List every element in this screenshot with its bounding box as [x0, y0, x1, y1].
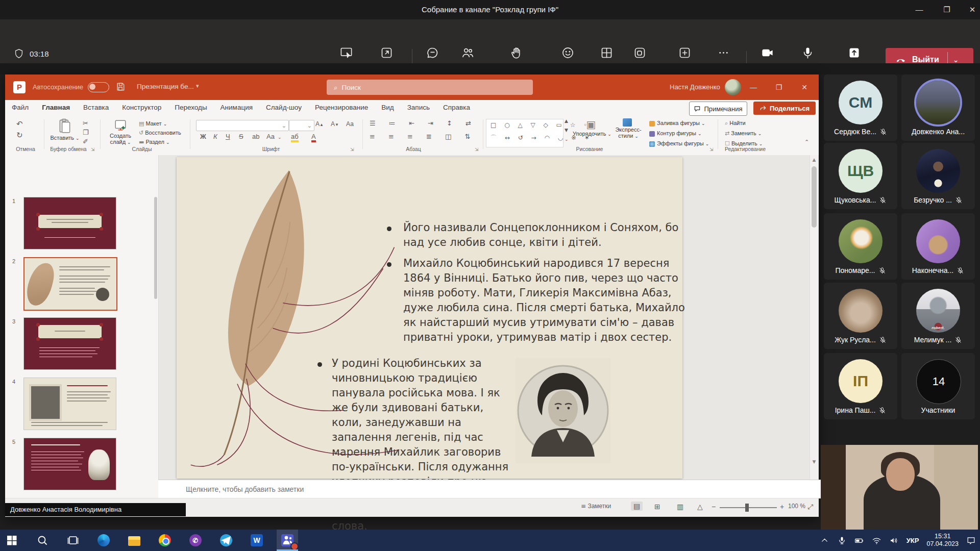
font-color-button[interactable]: А — [311, 133, 316, 142]
comments-button[interactable]: Примечания — [689, 102, 747, 116]
shape-outline-button[interactable]: Контур фигуры ⌄ — [649, 130, 702, 137]
change-case-button[interactable]: Аа — [266, 133, 275, 140]
autosave-toggle[interactable] — [88, 82, 109, 92]
chat-button[interactable]: Чат — [426, 46, 439, 70]
font-dialog-launcher[interactable]: ⇲ — [350, 147, 354, 152]
tab-insert[interactable]: Вставка — [77, 100, 115, 116]
telegram-icon[interactable] — [219, 534, 233, 547]
clipboard-dialog-launcher[interactable]: ⇲ — [91, 147, 95, 152]
underline-button[interactable]: Ч — [226, 133, 230, 140]
slide-thumbnail-5[interactable] — [23, 438, 116, 490]
normal-view-button[interactable]: ▤ — [631, 502, 643, 511]
strikethrough-button[interactable]: S — [239, 133, 243, 140]
tab-view[interactable]: Вид — [375, 100, 400, 116]
view-button[interactable]: Вид — [600, 46, 614, 70]
more-button[interactable]: Еще — [717, 46, 730, 70]
participant-tile[interactable]: Безручко ... — [901, 143, 975, 209]
tray-expand-icon[interactable] — [820, 536, 829, 545]
teams-restore-button[interactable]: ❐ — [939, 3, 954, 16]
participant-tile[interactable]: Довженко Ана... — [901, 74, 975, 141]
find-button[interactable]: ⌕ Найти — [725, 120, 746, 127]
arrange-button[interactable]: ▣ Упорядочить ⌄ — [573, 118, 609, 137]
copy-button[interactable]: ❐ — [83, 129, 89, 136]
slide-thumbnail-4[interactable] — [23, 378, 116, 430]
new-slide-button[interactable]: Создать слайд ⌄ — [106, 118, 135, 145]
content-button[interactable]: Контент — [375, 46, 399, 70]
participant-tile[interactable]: Жук Русла... — [824, 283, 897, 349]
chrome-icon[interactable] — [158, 534, 172, 547]
italic-button[interactable]: К — [213, 133, 217, 140]
search-box[interactable]: ⌕ Поиск — [327, 80, 533, 95]
slideshow-button[interactable]: △ — [697, 503, 703, 511]
thumbnail-scrollbar[interactable] — [154, 197, 157, 299]
teams-minimize-button[interactable]: — — [912, 3, 927, 16]
volume-icon[interactable] — [889, 536, 899, 545]
tab-transitions[interactable]: Переходы — [168, 100, 213, 116]
paragraph-dialog-launcher[interactable]: ⇲ — [475, 147, 479, 152]
tab-help[interactable]: Справка — [436, 100, 477, 116]
ppt-restore-button[interactable]: ❐ — [772, 81, 786, 94]
tab-slideshow[interactable]: Слайд-шоу — [259, 100, 308, 116]
slide-thumbnail-3[interactable] — [23, 317, 116, 370]
participant-tile[interactable]: Наконечна... — [901, 213, 975, 280]
slide-thumbnail-1[interactable] — [23, 197, 116, 249]
slide-scrollbar[interactable]: ▲ ▼ — [810, 155, 818, 480]
quick-styles-button[interactable]: Экспресс- стили ⌄ — [612, 118, 644, 139]
tab-home[interactable]: Главная — [35, 100, 77, 118]
ppt-share-button[interactable]: Поделиться — [753, 102, 816, 115]
zoom-out-button[interactable]: − — [712, 503, 716, 511]
increase-font-button[interactable]: А▲ — [315, 120, 324, 128]
camera-button[interactable]: Камера — [756, 46, 779, 70]
tab-review[interactable]: Рецензирование — [308, 100, 375, 116]
search-button[interactable] — [36, 534, 49, 547]
ribbon-collapse-icon[interactable]: ⌃ — [804, 139, 809, 145]
section-button[interactable]: ▬ Раздел ⌄ — [139, 139, 169, 145]
participants-count-tile[interactable]: 14 Участники — [901, 353, 975, 419]
clock[interactable]: 15:31 07.04.2023 — [926, 533, 959, 548]
participant-tile[interactable]: СМ Сердюк Ве... — [824, 74, 897, 141]
participant-tile[interactable]: ЩВ Щуковська... — [824, 143, 897, 209]
shape-fill-button[interactable]: Заливка фигуры ⌄ — [649, 120, 705, 127]
tab-animations[interactable]: Анимация — [214, 100, 259, 116]
shape-effects-button[interactable]: Эффекты фигуры ⌄ — [649, 140, 709, 147]
notes-toggle-button[interactable]: ≡ Заметки — [581, 503, 611, 510]
format-painter-button[interactable]: ✐ — [83, 138, 88, 145]
slide-thumbnail-2-selected[interactable] — [23, 257, 117, 311]
font-size-combobox[interactable]: ⌄ — [289, 120, 314, 131]
slide-canvas[interactable]: Його називали Сонцепоклонником і Соняхом… — [177, 157, 682, 479]
wifi-icon[interactable] — [872, 536, 881, 545]
char-spacing-button[interactable]: ab — [252, 133, 259, 140]
manage-button[interactable]: Управлять — [331, 46, 362, 70]
scroll-up-icon[interactable]: ▲ — [810, 157, 818, 162]
ppt-close-button[interactable]: ✕ — [797, 81, 812, 94]
paragraph-icons-row1[interactable]: ☰ ≔ ⇤ ⇥ ↕ ⇄ — [370, 119, 477, 127]
teams-close-button[interactable]: ✕ — [965, 3, 980, 16]
start-button[interactable] — [5, 534, 18, 547]
undo-button[interactable]: ↶ — [16, 119, 23, 129]
reset-button[interactable]: ↺ Восстановить — [139, 130, 181, 136]
zoom-in-button[interactable]: + — [780, 503, 784, 511]
chevron-down-icon[interactable]: ⌄ — [948, 56, 964, 64]
doc-dropdown-icon[interactable]: ▾ — [196, 83, 199, 89]
document-title[interactable]: Презентация бе... — [137, 83, 194, 90]
file-explorer-icon[interactable] — [128, 534, 141, 547]
paste-button[interactable]: Вставить ⌄ — [50, 118, 80, 141]
shapes-gallery[interactable]: □ ○ △ ▽ ◇ ▭ ☆ ◦ ⌒ ↔ ↺ → ◠ ◡ ※ ✶ — [486, 119, 564, 147]
fit-to-window-button[interactable]: ⤢ — [807, 503, 813, 511]
language-indicator[interactable]: УКР — [906, 537, 919, 544]
shapes-more[interactable]: ⌄ — [565, 137, 569, 142]
rooms-button[interactable]: Комнаты — [627, 46, 653, 70]
action-center-icon[interactable] — [966, 536, 976, 545]
redo-button[interactable]: ↻ — [16, 131, 23, 140]
layout-button[interactable]: ▤ Макет ⌄ — [139, 120, 167, 127]
save-icon[interactable] — [115, 82, 126, 92]
participants-button[interactable]: Участники — [453, 46, 483, 70]
word-icon[interactable]: W — [250, 534, 263, 547]
font-name-combobox[interactable]: ⌄ — [196, 120, 289, 131]
scrollbar-thumb[interactable] — [812, 166, 817, 228]
participant-tile[interactable]: Пономаре... — [824, 213, 897, 280]
tab-file[interactable]: Файл — [5, 100, 35, 116]
scroll-down-icon[interactable]: ▼ — [810, 459, 818, 464]
account-name[interactable]: Настя Довженко — [670, 83, 720, 91]
raise-hand-button[interactable]: Поднять руку — [497, 46, 536, 70]
